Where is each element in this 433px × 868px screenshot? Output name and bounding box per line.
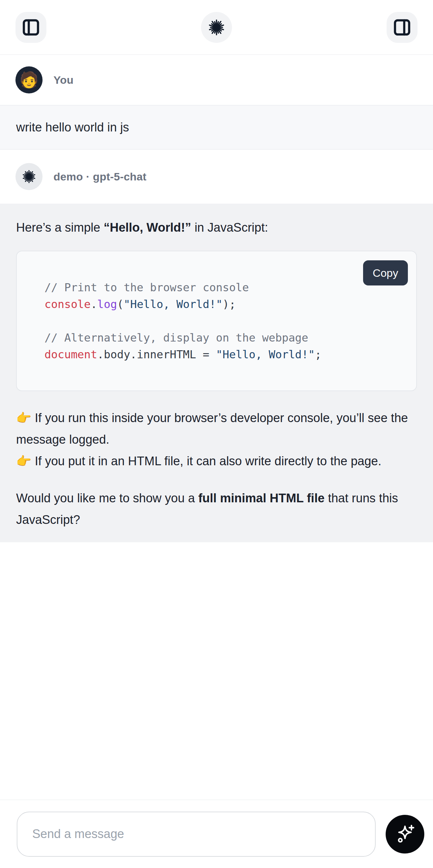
user-message-header: 🧑 You [0, 55, 433, 105]
code-block: Copy // Print to the browser consolecons… [16, 251, 417, 391]
code-content: // Print to the browser consoleconsole.l… [44, 279, 403, 363]
message-input[interactable] [17, 812, 376, 857]
assistant-message-header: demo · gpt-5-chat [0, 150, 433, 204]
panel-left-icon [21, 18, 41, 37]
starburst-avatar-icon [21, 169, 37, 184]
copy-code-button[interactable]: Copy [363, 260, 408, 285]
composer-bar [0, 800, 433, 868]
user-message-text: write hello world in js [16, 118, 417, 136]
assistant-intro-text: Here’s a simple “Hello, World!” in JavaS… [16, 218, 417, 237]
top-bar [0, 0, 433, 55]
sidebar-toggle-button[interactable] [16, 12, 47, 43]
assistant-tips-text: 👉 If you run this inside your browser’s … [16, 407, 417, 472]
assistant-message: Here’s a simple “Hello, World!” in JavaS… [0, 204, 433, 542]
panel-right-icon [392, 18, 412, 37]
user-avatar: 🧑 [16, 66, 42, 93]
assistant-avatar [16, 163, 42, 190]
right-panel-toggle-button[interactable] [386, 12, 417, 43]
user-message: write hello world in js [0, 105, 433, 150]
assistant-question-text: Would you like me to show you a full min… [16, 488, 417, 531]
assistant-author-label: demo · gpt-5-chat [54, 170, 147, 183]
app-logo-button[interactable] [201, 12, 232, 43]
user-author-label: You [54, 74, 73, 86]
sparkles-icon [394, 823, 416, 845]
starburst-logo-icon [207, 18, 226, 37]
send-button[interactable] [385, 815, 424, 854]
user-avatar-emoji: 🧑 [19, 72, 39, 88]
